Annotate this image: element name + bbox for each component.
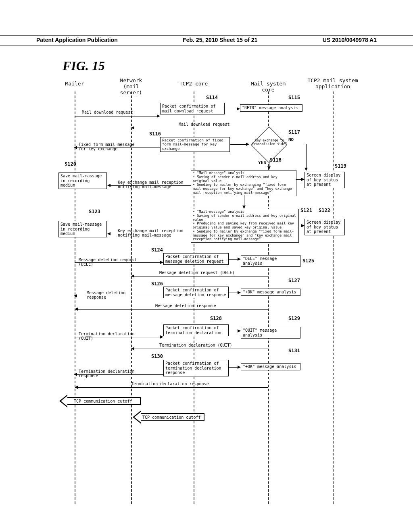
bullet: Sending to mailer by exchanging "fixed f… [193,183,294,195]
box-s122: Screen display of key status at present [305,219,345,235]
vline-to-s121 [244,195,244,206]
lane-tcp2app: TCP2 mail system application [305,77,361,89]
bullet: Sending to mailer by exchange "fixed for… [193,230,297,241]
box-s125: "DELE" message analysis [241,255,300,267]
arrowhead-fixed-form [74,146,77,149]
arrow-s126-s127 [229,293,238,293]
msg-fixed-form: Fixed form mail-message for key exchange [79,142,134,151]
arrow-no [287,144,306,144]
arrow-term-resp-back [78,387,268,388]
arrowhead-term-resp [74,373,77,376]
arrow-mail-dl-back [134,128,268,128]
arrowhead-s130-s131 [238,366,241,369]
arrowhead-key-ex-notify2 [107,232,111,235]
arrow-key-ex-notify1 [111,185,191,186]
arrow-s128-s129 [229,331,238,331]
msg-tcp-cutoff1: TCP communication cutoff [74,399,132,403]
arrowhead-s114-s115 [237,107,240,110]
arrowhead-s116-diamond [246,143,249,146]
label-s115: S115 [288,95,300,100]
label-no: NO [288,137,294,142]
arrow-s124-s125 [229,259,238,260]
arrow-del-req-back [134,276,268,276]
lifeline-tcp2app [333,91,334,504]
arrowhead-del-req-back [131,274,134,278]
label-s118: S118 [270,157,282,163]
arrow-term-resp [77,374,163,375]
bullet: Producing and saving key from received m… [193,222,297,230]
msg-mail-dl-req2: Mail download request [179,122,229,127]
label-yes: YES [258,160,266,165]
label-s124: S124 [151,247,163,253]
label-s114: S114 [206,95,218,100]
box-s131: "+OK" message analysis [241,363,300,370]
msg-del-req2: Message deletion request (DELE) [159,270,235,275]
box-s118: "Mail-message" analysis Saving of sender… [191,170,296,196]
box-s123: Save mail-massage in recording medium [58,221,107,237]
box-s114: Packet confirmation of mail download req… [160,103,225,114]
arrowhead-del-req [160,261,163,264]
arrowhead-s124-s125 [238,258,241,261]
box-s116: Packet confirmation of fixed form mail-m… [160,137,230,152]
arrow-s116-diamond [230,144,246,145]
arrowhead-quit-back [131,347,134,350]
box-s126: Packet confirmation of message deletion … [163,287,229,298]
label-s128: S128 [210,316,222,321]
arrow-del-req [75,262,160,263]
diamond-text: Key exchange to transmission side? [251,139,288,146]
label-s116: S116 [149,131,161,137]
arrow-fixed-form [77,148,160,148]
lifeline-network [131,91,132,504]
figure-15: FIG. 15 Mailer Network (mail server) TCP… [38,58,375,504]
arrowhead-key-ex-notify1 [107,184,111,187]
arrow-quit [75,337,160,337]
tcp-cutoff-1-head-inner [61,396,67,406]
label-s120: S120 [65,161,76,167]
msg-key-ex-notify1: Key exchange mail reception notifying ma… [118,180,184,189]
box-s121: "Mail-message" analysis Saving of sender… [191,209,299,243]
page-header: Patent Application Publication Feb. 25, … [0,35,413,46]
lane-mailer: Mailer [63,81,87,87]
box-s128: Packet confirmation of termination decla… [163,324,229,336]
msg-quit: Termination declaration (QUIT) [79,332,134,341]
box-s124: Packet confirmation of message deletion … [163,253,229,265]
arrowhead-to-s121 [242,206,246,209]
arrow-del-resp [77,296,163,296]
label-s123: S123 [89,209,100,214]
msg-term-resp2: Termination declaration response [131,382,209,386]
box-s115: "RETR" message analysis [240,104,302,112]
label-s130: S130 [151,353,163,359]
patent-page: Patent Application Publication Feb. 25, … [0,0,413,532]
arrow-mail-dl-req [75,116,157,116]
arrow-quit-back [134,349,268,349]
label-s129: S129 [288,316,300,321]
arrow-s130-s131 [229,367,238,368]
msg-key-ex-notify2: Key exchange mail reception notifying ma… [118,229,184,237]
arrowhead-s128-s129 [238,329,241,332]
msg-mail-dl-req: Mail download request [82,110,133,114]
msg-del-req: Message deletion request (DELE) [79,258,137,266]
arrowhead-term-resp-back [75,386,78,389]
msg-del-resp2: Message deletion response [155,303,216,308]
bullet: Saving of sender e-mail address and key … [193,214,297,222]
box-s129: "QUIT" message analysis [241,327,300,339]
arrowhead-mail-dl-back [131,126,134,129]
msg-tcp-cutoff2: TCP communication cutoff [142,415,201,420]
box-s119: Screen display of key status at present [305,172,345,188]
header-center: Feb. 25, 2010 Sheet 15 of 21 [183,37,257,43]
label-s125: S125 [302,258,314,264]
lane-tcp2core: TCP2 core [177,81,210,87]
arrowhead-yes [267,166,271,170]
msg-del-resp: Message deletion response [87,291,125,299]
label-s126: S126 [151,281,163,287]
arrowhead-s126-s127 [238,291,241,294]
label-s121: S121 [300,208,312,213]
label-s131: S131 [288,348,300,353]
header-right: US 2010/0049978 A1 [323,37,377,43]
arrowhead-quit [160,335,163,339]
arrow-key-ex-notify2 [111,234,191,234]
msg-term-resp: Termination declaration response [79,369,134,378]
bullet: Saving of sender e-mail address and key … [193,175,294,183]
vline-no [306,144,307,168]
arrow-s114-s115 [225,109,237,109]
